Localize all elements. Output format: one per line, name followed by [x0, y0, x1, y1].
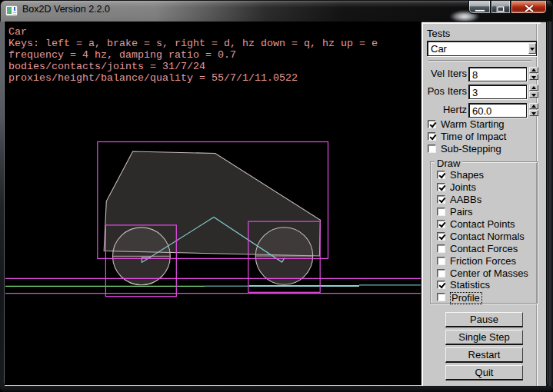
svg-text:frequency = 4 hz, damping rati: frequency = 4 hz, damping ratio = 0.7: [8, 49, 236, 61]
svg-text:Keys: left = a, brake = s, rig: Keys: left = a, brake = s, right = d, hz…: [8, 38, 378, 49]
svg-text:bodies/contacts/joints = 31/7/: bodies/contacts/joints = 31/7/24: [8, 61, 205, 72]
svg-text:proxies/height/balance/quality: proxies/height/balance/quality = 55/7/1/…: [8, 72, 298, 84]
svg-text:Car: Car: [8, 26, 27, 38]
